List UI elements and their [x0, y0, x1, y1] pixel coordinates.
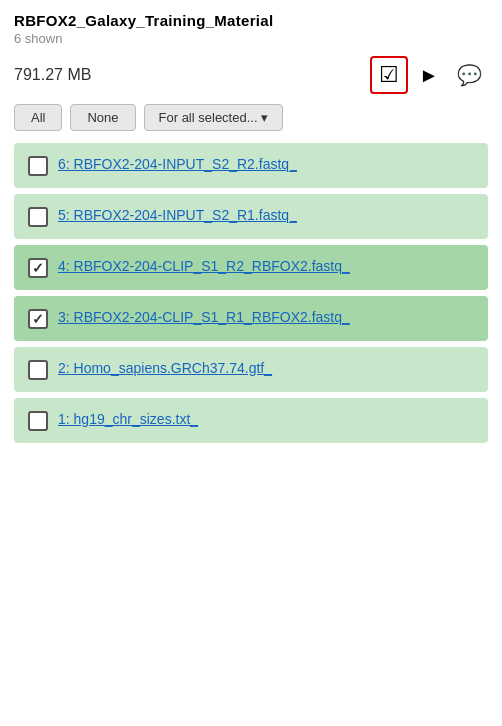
checkbox[interactable]	[28, 156, 48, 176]
check-icon-glyph: ☑	[379, 62, 399, 88]
file-size: 791.27 MB	[14, 66, 91, 84]
check-all-icon[interactable]: ☑	[370, 56, 408, 94]
file-name: 3: RBFOX2-204-CLIP_S1_R1_RBFOX2.fastq_	[58, 308, 350, 328]
list-item[interactable]: 2: Homo_sapiens.GRCh37.74.gtf_	[14, 347, 488, 392]
header-row: 791.27 MB ☑ ► 💬	[14, 56, 488, 94]
tag-icon-btn[interactable]: ►	[410, 56, 448, 94]
list-item[interactable]: 1: hg19_chr_sizes.txt_	[14, 398, 488, 443]
file-name: 4: RBFOX2-204-CLIP_S1_R2_RBFOX2.fastq_	[58, 257, 350, 277]
checkbox[interactable]	[28, 411, 48, 431]
panel-subtitle: 6 shown	[14, 31, 488, 46]
all-button[interactable]: All	[14, 104, 62, 131]
panel-title: RBFOX2_Galaxy_Training_Material	[14, 12, 488, 29]
checkbox[interactable]: ✓	[28, 258, 48, 278]
for-all-selected-button[interactable]: For all selected... ▾	[144, 104, 284, 131]
file-name: 6: RBFOX2-204-INPUT_S2_R2.fastq_	[58, 155, 297, 175]
comment-icon-glyph: 💬	[457, 63, 482, 87]
file-list: 6: RBFOX2-204-INPUT_S2_R2.fastq_5: RBFOX…	[14, 143, 488, 443]
list-item[interactable]: 6: RBFOX2-204-INPUT_S2_R2.fastq_	[14, 143, 488, 188]
checkmark-icon: ✓	[32, 311, 44, 327]
list-item[interactable]: ✓4: RBFOX2-204-CLIP_S1_R2_RBFOX2.fastq_	[14, 245, 488, 290]
icon-group: ☑ ► 💬	[370, 56, 488, 94]
tag-icon-glyph: ►	[419, 64, 439, 87]
checkbox[interactable]: ✓	[28, 309, 48, 329]
checkbox[interactable]	[28, 207, 48, 227]
controls-row: All None For all selected... ▾	[14, 104, 488, 131]
checkbox[interactable]	[28, 360, 48, 380]
file-name: 2: Homo_sapiens.GRCh37.74.gtf_	[58, 359, 272, 379]
file-name: 1: hg19_chr_sizes.txt_	[58, 410, 198, 430]
none-button[interactable]: None	[70, 104, 135, 131]
list-item[interactable]: ✓3: RBFOX2-204-CLIP_S1_R1_RBFOX2.fastq_	[14, 296, 488, 341]
main-panel: RBFOX2_Galaxy_Training_Material 6 shown …	[0, 0, 502, 457]
file-name: 5: RBFOX2-204-INPUT_S2_R1.fastq_	[58, 206, 297, 226]
list-item[interactable]: 5: RBFOX2-204-INPUT_S2_R1.fastq_	[14, 194, 488, 239]
checkmark-icon: ✓	[32, 260, 44, 276]
comment-icon-btn[interactable]: 💬	[450, 56, 488, 94]
